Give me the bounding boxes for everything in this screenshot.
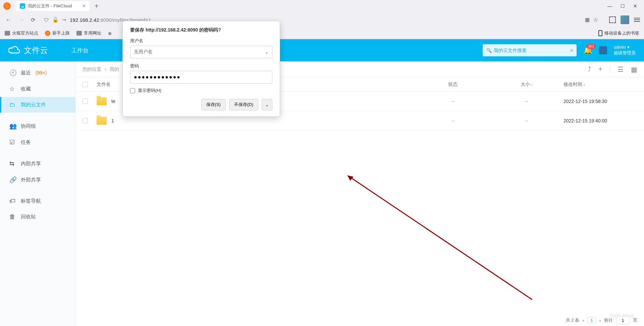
search-input[interactable] xyxy=(494,48,570,53)
svg-line-0 xyxy=(347,175,532,300)
cloud-icon xyxy=(8,46,20,55)
chevron-down-icon: ⌄ xyxy=(265,49,269,55)
page-next[interactable]: › xyxy=(599,318,601,323)
svg-marker-1 xyxy=(347,175,354,181)
shield-icon[interactable]: 🛡 xyxy=(44,17,49,23)
sidebar-item-tags[interactable]: 🏷标签导航 xyxy=(0,193,75,209)
bookmark-item[interactable]: 常用网址 xyxy=(76,30,101,36)
popup-dropdown-button[interactable]: ⌄ xyxy=(262,99,272,110)
sidebar-item-recent[interactable]: 🕘最近(99+) xyxy=(0,65,75,81)
forward-button[interactable]: → xyxy=(17,15,25,25)
grid-view-icon[interactable]: ▦ xyxy=(631,65,637,73)
show-password-checkbox[interactable]: 显示密码(H) xyxy=(130,88,272,94)
share-icon: ⇆ xyxy=(9,160,16,167)
minimize-icon[interactable]: — xyxy=(607,3,612,9)
page-prev[interactable]: ‹ xyxy=(583,318,584,323)
row-checkbox[interactable] xyxy=(83,118,88,123)
notification-bell[interactable]: 🔔 383 xyxy=(583,46,592,55)
password-label: 密码 xyxy=(130,63,272,69)
bookmark-star-icon[interactable]: ☆ xyxy=(593,16,598,23)
folder-icon xyxy=(5,31,10,36)
sidebar-item-favorite[interactable]: ☆收藏 xyxy=(0,81,75,97)
add-icon[interactable]: + xyxy=(598,65,602,73)
list-view-icon[interactable]: ☰ xyxy=(618,65,624,73)
user-role: 超级管理员 xyxy=(614,50,636,56)
refresh-button[interactable]: ⟳ xyxy=(30,15,37,24)
maximize-icon[interactable]: ☐ xyxy=(621,3,625,9)
col-date[interactable]: 修改时间↓ xyxy=(564,82,637,88)
tab-close-icon[interactable]: × xyxy=(83,3,86,9)
sidebar-item-task[interactable]: ☑任务 xyxy=(0,134,75,150)
brand-logo[interactable]: 文件云 xyxy=(8,45,48,56)
nav-bar: ← → ⟳ 🛡 🔓 ⊸ 192.168.2.42:8090/myfiles?ty… xyxy=(0,12,644,28)
col-size[interactable]: 大小↓ xyxy=(490,82,564,88)
close-icon[interactable]: ✕ xyxy=(633,3,637,9)
app-header: 文件云 工作台 🔍 » 🔔 383 admin▾ 超级管理员 xyxy=(0,39,644,61)
sidebar-item-group[interactable]: 👥协同组 xyxy=(0,118,75,134)
tag-icon: 🏷 xyxy=(9,198,16,205)
save-password-popup: 要保存 http://192.168.2.42:8090 的密码吗? 用户名 无… xyxy=(122,21,280,117)
sidebar-item-myfiles[interactable]: 🗀我的云文件 xyxy=(0,97,75,113)
back-button[interactable]: ← xyxy=(4,15,13,25)
sidebar-item-internal-share[interactable]: ⇆内部共享 xyxy=(0,156,75,172)
star-icon: ☆ xyxy=(9,85,16,93)
nav-right-tools xyxy=(606,15,640,24)
folder-icon xyxy=(97,117,107,125)
page-current[interactable]: 1 xyxy=(587,317,596,324)
avatar[interactable] xyxy=(599,46,607,54)
screenshot-icon[interactable] xyxy=(609,16,616,23)
password-input[interactable] xyxy=(130,71,272,84)
browser-tab[interactable]: ☁ 我的云文件 - FileCloud × xyxy=(16,1,90,11)
sidebar: 🕘最近(99+) ☆收藏 🗀我的云文件 👥协同组 ☑任务 ⇆内部共享 🔗外部共享… xyxy=(0,61,76,326)
username-select[interactable]: 无用户名 ⌄ xyxy=(130,46,272,58)
brand-text: 文件云 xyxy=(24,45,48,56)
sort-arrow-icon: ↓ xyxy=(583,82,585,87)
bookmark-item[interactable]: 新手上路 xyxy=(45,30,70,36)
key-icon[interactable]: ⊸ xyxy=(62,17,66,23)
tab-favicon-icon: ☁ xyxy=(20,3,25,9)
page-input[interactable] xyxy=(616,316,630,324)
user-info[interactable]: admin▾ 超级管理员 xyxy=(614,45,636,56)
qr-icon[interactable]: ▦ xyxy=(585,17,590,23)
row-checkbox[interactable] xyxy=(83,99,88,104)
firefox-icon xyxy=(45,31,50,36)
select-all-checkbox[interactable] xyxy=(83,82,88,87)
mobile-bookmarks[interactable]: 移动设备上的书签 xyxy=(598,30,639,36)
clock-icon: 🕘 xyxy=(9,69,16,76)
extension-icon[interactable] xyxy=(621,15,629,24)
save-button[interactable]: 保存(S) xyxy=(201,99,226,110)
col-status[interactable]: 状态 xyxy=(416,82,490,88)
workspace-link[interactable]: 工作台 xyxy=(71,47,89,54)
dont-save-button[interactable]: 不保存(D) xyxy=(229,99,258,110)
bookmark-item[interactable]: ⊕ xyxy=(108,31,112,36)
annotation-arrow xyxy=(347,175,535,303)
sidebar-item-external-share[interactable]: 🔗外部共享 xyxy=(0,172,75,188)
search-box[interactable]: 🔍 » xyxy=(483,44,577,56)
sort-arrow-icon: ↓ xyxy=(531,82,533,87)
breadcrumb: 您的位置›我的 xyxy=(83,66,119,72)
sidebar-item-trash[interactable]: 🗑回收站 xyxy=(0,209,75,225)
folder-icon xyxy=(97,97,107,105)
search-go-icon[interactable]: » xyxy=(570,47,573,53)
tab-title: 我的云文件 - FileCloud xyxy=(28,3,72,9)
trash-icon: 🗑 xyxy=(9,213,16,220)
firefox-logo-icon xyxy=(3,2,11,10)
folder-icon: 🗀 xyxy=(9,101,16,108)
chevron-down-icon: ▾ xyxy=(627,45,630,50)
chevron-down-icon: ⌄ xyxy=(265,102,269,107)
link-icon: 🔗 xyxy=(9,176,16,183)
lock-struck-icon[interactable]: 🔓 xyxy=(52,17,59,23)
bookmark-bar: 火狐官方站点 新手上路 常用网址 ⊕ 移动设备上的书签 xyxy=(0,28,644,39)
username-label: 用户名 xyxy=(130,38,272,44)
new-tab-button[interactable]: + xyxy=(95,2,99,10)
search-icon: 🔍 xyxy=(486,48,492,53)
bookmark-item[interactable]: 火狐官方站点 xyxy=(5,30,38,36)
window-controls: — ☐ ✕ xyxy=(607,3,644,9)
globe-icon: ⊕ xyxy=(108,31,112,36)
tab-bar: ☁ 我的云文件 - FileCloud × + — ☐ ✕ xyxy=(0,0,644,12)
folder-icon xyxy=(76,31,82,36)
task-icon: ☑ xyxy=(9,139,16,146)
upload-icon[interactable]: ⤴ xyxy=(588,65,591,73)
notification-badge: 383 xyxy=(586,44,596,49)
menu-icon[interactable] xyxy=(634,18,640,22)
